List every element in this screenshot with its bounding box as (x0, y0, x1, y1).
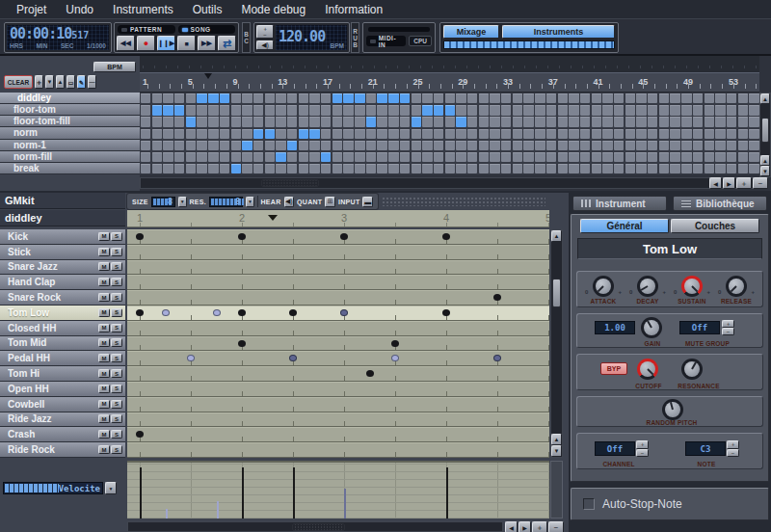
instrument-row-hand-clap[interactable]: Hand ClapMS (0, 275, 125, 290)
song-grid-cell[interactable] (569, 93, 578, 103)
note-dot[interactable] (238, 340, 246, 347)
song-grid-cell[interactable] (523, 105, 533, 115)
song-grid-cell[interactable] (501, 117, 511, 126)
song-grid-cell[interactable] (558, 164, 568, 173)
song-grid-cell[interactable] (355, 105, 364, 115)
note-dot[interactable] (213, 309, 221, 316)
song-grid-cell[interactable] (614, 152, 624, 162)
song-grid-cell[interactable] (479, 164, 489, 173)
song-grid-cell[interactable] (422, 164, 432, 173)
song-grid-cell[interactable] (693, 164, 703, 173)
song-grid-cell[interactable] (738, 93, 748, 103)
mute-button[interactable]: M (98, 293, 110, 302)
move-pattern-down-icon[interactable]: ▼ (45, 75, 54, 89)
pattern-scroll-down-icon[interactable]: ▼ (551, 445, 562, 457)
record-icon[interactable]: ● (137, 36, 155, 51)
song-grid-cell[interactable] (287, 93, 297, 103)
song-grid-cell[interactable] (636, 141, 646, 150)
song-grid-cell[interactable] (456, 129, 465, 139)
song-grid-cell[interactable] (265, 129, 275, 139)
song-grid-cell[interactable] (648, 164, 657, 173)
song-grid-cell[interactable] (648, 93, 657, 103)
loop-icon[interactable]: ⇄ (218, 36, 236, 51)
song-grid-cell[interactable] (569, 152, 578, 162)
song-grid-cell[interactable] (276, 105, 285, 115)
song-grid-cell[interactable] (602, 164, 612, 173)
instrument-row-open-hh[interactable]: Open HHMS (0, 382, 125, 397)
song-grid-cell[interactable] (412, 105, 421, 115)
note-dot[interactable] (162, 309, 170, 316)
song-grid-cell[interactable] (174, 105, 184, 115)
song-grid-cell[interactable] (705, 117, 714, 126)
song-grid-cell[interactable] (265, 152, 275, 162)
note-down-icon[interactable]: − (727, 449, 739, 458)
song-grid-cell[interactable] (343, 141, 353, 150)
song-grid-cell[interactable] (299, 93, 308, 103)
song-grid-cell[interactable] (253, 129, 263, 139)
note-dot[interactable] (442, 233, 450, 240)
random-pitch-knob[interactable] (662, 399, 683, 420)
song-grid-cell[interactable] (523, 129, 533, 139)
song-grid-cell[interactable] (715, 164, 725, 173)
auto-stop-note-checkbox[interactable] (583, 498, 595, 510)
song-grid-cell[interactable] (501, 141, 511, 150)
song-grid-cell[interactable] (174, 117, 184, 126)
song-grid-cell[interactable] (197, 164, 206, 173)
song-grid-cell[interactable] (614, 117, 624, 126)
solo-button[interactable]: S (111, 430, 122, 439)
note-dot[interactable] (136, 431, 144, 438)
song-grid-cell[interactable] (648, 141, 657, 150)
instrument-row-closed-hh[interactable]: Closed HHMS (0, 321, 125, 336)
song-grid-cell[interactable] (501, 152, 511, 162)
song-grid-cell[interactable] (602, 105, 612, 115)
song-grid-cell[interactable] (434, 93, 443, 103)
song-grid-cell[interactable] (445, 152, 455, 162)
instrument-row-ride-rock[interactable]: Ride RockMS (0, 442, 125, 458)
song-grid-cell[interactable] (141, 93, 150, 103)
solo-button[interactable]: S (111, 278, 122, 286)
solo-button[interactable]: S (111, 308, 122, 317)
song-grid-cell[interactable] (580, 164, 590, 173)
song-grid-cell[interactable] (490, 117, 499, 126)
pattern-scroll-up2-icon[interactable]: ▲ (551, 434, 562, 445)
song-grid-cell[interactable] (467, 164, 477, 173)
song-grid-cell[interactable] (152, 105, 162, 115)
song-grid-cell[interactable] (636, 117, 646, 126)
note-grid-row[interactable] (127, 245, 549, 260)
note-grid-row[interactable] (127, 290, 549, 306)
instrument-row-tom-mid[interactable]: Tom MidMS (0, 336, 125, 352)
draw-mode-icon[interactable]: ✎ (77, 75, 86, 89)
solo-button[interactable]: S (111, 262, 122, 271)
song-grid-cell[interactable] (727, 141, 736, 150)
song-grid-cell[interactable] (186, 105, 196, 115)
song-grid-cell[interactable] (422, 93, 432, 103)
song-grid-cell[interactable] (388, 105, 398, 115)
song-grid-cell[interactable] (523, 93, 533, 103)
song-grid-cell[interactable] (174, 152, 184, 162)
solo-button[interactable]: S (111, 293, 122, 302)
song-grid-cell[interactable] (355, 129, 364, 139)
note-grid-row[interactable] (127, 306, 549, 321)
song-grid-cell[interactable] (355, 164, 364, 173)
song-grid-cell[interactable] (715, 141, 725, 150)
song-grid-cell[interactable] (513, 141, 522, 150)
song-grid-cell[interactable] (479, 152, 489, 162)
song-grid-cell[interactable] (546, 105, 556, 115)
mute-button[interactable]: M (98, 445, 110, 454)
song-grid-cell[interactable] (625, 152, 635, 162)
song-grid-cell[interactable] (343, 129, 353, 139)
song-grid-cell[interactable] (535, 117, 545, 126)
song-zoom-out-icon[interactable]: − (753, 177, 768, 189)
solo-button[interactable]: S (111, 414, 122, 423)
song-grid-cell[interactable] (242, 129, 252, 139)
note-dot[interactable] (187, 355, 195, 361)
song-grid-cell[interactable] (625, 93, 635, 103)
midi-note-spinner[interactable]: ＋ − (727, 440, 739, 457)
song-grid-cell[interactable] (163, 105, 173, 115)
song-grid-cell[interactable] (220, 129, 229, 139)
song-grid-cell[interactable] (388, 152, 398, 162)
note-grid-row[interactable] (127, 366, 549, 382)
song-grid-cell[interactable] (208, 105, 218, 115)
song-grid-cell[interactable] (174, 93, 184, 103)
song-grid-cell[interactable] (197, 117, 206, 126)
